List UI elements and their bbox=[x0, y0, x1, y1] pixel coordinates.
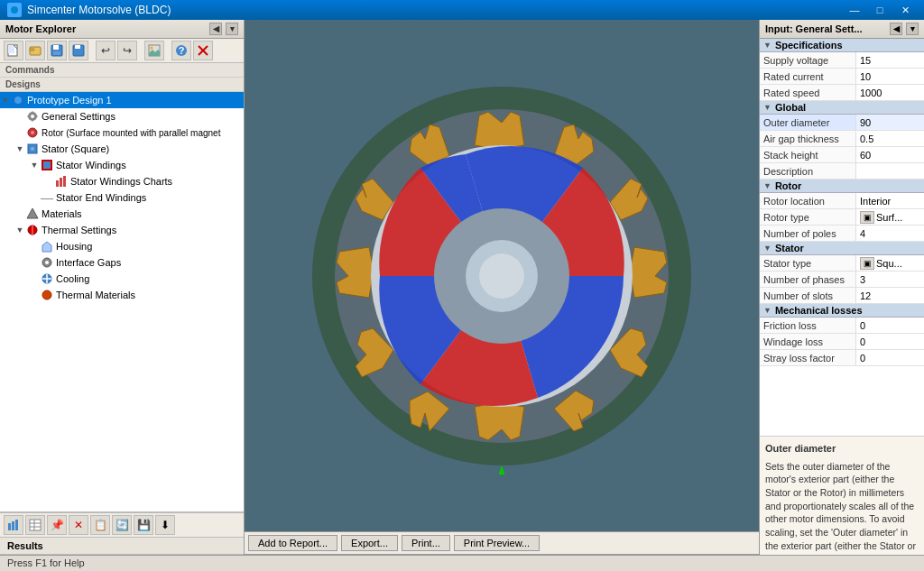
export-button[interactable]: Export... bbox=[341, 535, 398, 551]
svg-rect-22 bbox=[32, 111, 33, 113]
svg-point-39 bbox=[45, 261, 49, 264]
bottom-toolbar: 📌 ✕ 📋 🔄 💾 ⬇ bbox=[0, 512, 244, 537]
app-title: Simcenter Motorsolve (BLDC) bbox=[27, 4, 843, 16]
motor-diagram bbox=[303, 78, 700, 474]
air-gap-thickness-row[interactable]: Air gap thickness 0.5 bbox=[760, 131, 924, 147]
tree-item-prototype-design[interactable]: ▼ Prototype Design 1 bbox=[0, 92, 244, 108]
undo-button[interactable]: ↩ bbox=[96, 41, 116, 60]
minimize-button[interactable]: — bbox=[843, 2, 866, 18]
svg-rect-3 bbox=[8, 45, 14, 53]
right-panel-menu-button[interactable]: ▾ bbox=[906, 23, 919, 35]
commands-section-label: Commands bbox=[0, 63, 244, 78]
svg-point-27 bbox=[31, 131, 34, 134]
close-button[interactable]: ✕ bbox=[893, 2, 917, 18]
results-chart-button[interactable] bbox=[4, 515, 23, 535]
close-panel-button[interactable] bbox=[193, 41, 213, 60]
stator-type-row[interactable]: Stator type ▣ Squ... bbox=[760, 255, 924, 272]
svg-point-43 bbox=[42, 290, 51, 299]
tree-item-stator-windings[interactable]: ▼ Stator Windings bbox=[0, 157, 244, 173]
canvas-toolbar: Add to Report... Export... Print... Prin… bbox=[245, 531, 759, 554]
designs-section-label: Designs bbox=[0, 78, 244, 92]
tree-item-cooling[interactable]: Cooling bbox=[0, 271, 244, 287]
rotor-type-row[interactable]: Rotor type ▣ Surf... bbox=[760, 209, 924, 226]
maximize-button[interactable]: □ bbox=[868, 2, 892, 18]
rated-speed-row[interactable]: Rated speed 1000 bbox=[760, 85, 924, 101]
right-panel-title: Input: General Sett... bbox=[765, 23, 863, 34]
pin-button[interactable]: 📌 bbox=[47, 515, 67, 535]
svg-point-29 bbox=[31, 147, 34, 151]
tree-item-materials[interactable]: Materials bbox=[0, 206, 244, 222]
number-of-poles-row[interactable]: Number of poles 4 bbox=[760, 226, 924, 242]
number-of-phases-row[interactable]: Number of phases 3 bbox=[760, 272, 924, 288]
svg-point-21 bbox=[31, 115, 34, 118]
window-controls: — □ ✕ bbox=[843, 2, 917, 18]
svg-marker-37 bbox=[42, 242, 51, 252]
svg-rect-11 bbox=[75, 45, 80, 49]
friction-loss-row[interactable]: Friction loss 0 bbox=[760, 318, 924, 334]
tree-item-thermal-materials[interactable]: Thermal Materials bbox=[0, 287, 244, 303]
panel-pin-button[interactable]: ◀ bbox=[209, 23, 222, 35]
help-button[interactable]: ? bbox=[171, 41, 191, 60]
import-button[interactable]: ⬇ bbox=[155, 515, 175, 535]
number-of-slots-row[interactable]: Number of slots 12 bbox=[760, 288, 924, 304]
tree-item-housing[interactable]: Housing bbox=[0, 238, 244, 254]
rotor-section-header[interactable]: ▼ Rotor bbox=[760, 180, 924, 193]
stray-loss-factor-row[interactable]: Stray loss factor 0 bbox=[760, 350, 924, 366]
tree-item-rotor[interactable]: Rotor (Surface mounted with parallel mag… bbox=[0, 124, 244, 141]
svg-rect-46 bbox=[15, 520, 18, 530]
save-all-button[interactable] bbox=[69, 41, 88, 60]
explorer-toolbar: ↩ ↪ ? bbox=[0, 39, 244, 63]
refresh-button[interactable]: 🔄 bbox=[112, 515, 132, 535]
redo-button[interactable]: ↪ bbox=[117, 41, 137, 60]
delete-button[interactable]: ✕ bbox=[69, 515, 88, 535]
svg-point-13 bbox=[151, 47, 153, 50]
print-button[interactable]: Print... bbox=[402, 535, 450, 551]
outer-diameter-row[interactable]: Outer diameter 90 bbox=[760, 115, 924, 131]
svg-marker-59 bbox=[497, 465, 506, 474]
new-button[interactable] bbox=[4, 41, 23, 60]
input-settings-panel: Input: General Sett... ◀ ▾ ▼ Specificati… bbox=[759, 20, 924, 571]
svg-rect-32 bbox=[60, 178, 62, 187]
properties-content: ▼ Specifications Supply voltage 15 Rated… bbox=[760, 39, 924, 436]
center-panel: Add to Report... Export... Print... Prin… bbox=[245, 20, 759, 571]
results-label: Results bbox=[0, 537, 244, 554]
tree-item-interface-gaps[interactable]: Interface Gaps bbox=[0, 254, 244, 271]
tree-item-stator-end-windings[interactable]: — Stator End Windings bbox=[0, 189, 244, 206]
svg-text:?: ? bbox=[179, 45, 185, 56]
tree-item-stator-windings-charts[interactable]: Stator Windings Charts bbox=[0, 173, 244, 189]
add-to-report-button[interactable]: Add to Report... bbox=[248, 535, 337, 551]
svg-rect-23 bbox=[32, 120, 33, 122]
svg-rect-6 bbox=[30, 49, 34, 51]
rated-current-row[interactable]: Rated current 10 bbox=[760, 69, 924, 85]
tree-view[interactable]: ▼ Prototype Design 1 General Settings bbox=[0, 92, 244, 512]
supply-voltage-row[interactable]: Supply voltage 15 bbox=[760, 52, 924, 69]
mechanical-losses-section-header[interactable]: ▼ Mechanical losses bbox=[760, 304, 924, 318]
description-title: Outer diameter bbox=[765, 442, 919, 456]
open-button[interactable] bbox=[25, 41, 45, 60]
results-table-button[interactable] bbox=[25, 515, 45, 535]
rotor-type-icon-btn[interactable]: ▣ bbox=[860, 211, 874, 224]
save-button[interactable] bbox=[47, 41, 67, 60]
right-panel-pin-button[interactable]: ◀ bbox=[890, 23, 902, 35]
export-button[interactable]: 💾 bbox=[134, 515, 153, 535]
stator-section-header[interactable]: ▼ Stator bbox=[760, 242, 924, 255]
tree-item-general-settings[interactable]: General Settings bbox=[0, 108, 244, 124]
rotor-location-row[interactable]: Rotor location Interior bbox=[760, 193, 924, 209]
stator-type-icon-btn[interactable]: ▣ bbox=[860, 257, 874, 270]
stack-height-row[interactable]: Stack height 60 bbox=[760, 147, 924, 163]
copy-button[interactable]: 📋 bbox=[90, 515, 110, 535]
panel-title: Motor Explorer bbox=[5, 23, 76, 34]
print-preview-button[interactable]: Print Preview... bbox=[454, 535, 540, 551]
description-row[interactable]: Description bbox=[760, 163, 924, 180]
status-text: Press F1 for Help bbox=[7, 557, 85, 568]
svg-rect-30 bbox=[42, 161, 51, 170]
tree-item-stator[interactable]: ▼ Stator (Square) bbox=[0, 141, 244, 157]
specifications-section-header[interactable]: ▼ Specifications bbox=[760, 39, 924, 52]
tree-item-thermal-settings[interactable]: ▼ Thermal Settings bbox=[0, 222, 244, 238]
windage-loss-row[interactable]: Windage loss 0 bbox=[760, 334, 924, 350]
panel-menu-button[interactable]: ▾ bbox=[226, 23, 238, 35]
canvas-area bbox=[245, 20, 759, 531]
global-section-header[interactable]: ▼ Global bbox=[760, 101, 924, 115]
image-button[interactable] bbox=[144, 41, 164, 60]
description-text: Sets the outer diameter of the motor's e… bbox=[765, 460, 919, 566]
